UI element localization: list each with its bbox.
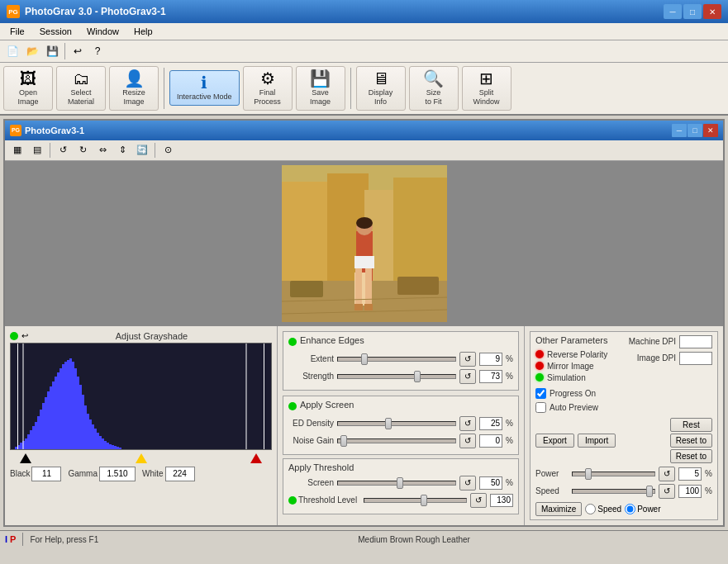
screen-thresh-unit: % bbox=[506, 478, 513, 487]
maximize-button[interactable]: Maximize bbox=[535, 502, 582, 516]
progress-on-checkbox[interactable] bbox=[535, 388, 546, 399]
minimize-button[interactable]: ─ bbox=[664, 4, 682, 19]
threshold-level-input[interactable] bbox=[490, 494, 513, 507]
inner-tool-flip-v[interactable]: ⇕ bbox=[113, 142, 131, 159]
display-info-button[interactable]: 🖥 DisplayInfo bbox=[356, 66, 406, 111]
gamma-triangle[interactable] bbox=[136, 453, 147, 463]
open-image-button[interactable]: 🖼 OpenImage bbox=[3, 66, 53, 111]
resize-image-button[interactable]: 👤 ResizeImage bbox=[109, 66, 159, 111]
inner-tool-flip-h[interactable]: ⇔ bbox=[93, 142, 112, 159]
save-image-button[interactable]: 💾 SaveImage bbox=[296, 66, 345, 111]
noise-gain-slider[interactable] bbox=[337, 438, 456, 443]
ed-density-reset-button[interactable]: ↺ bbox=[459, 416, 476, 431]
power-input[interactable] bbox=[678, 467, 702, 481]
extent-reset-button[interactable]: ↺ bbox=[459, 352, 476, 367]
power-radio[interactable] bbox=[625, 504, 635, 514]
menu-file[interactable]: File bbox=[3, 25, 31, 38]
enhance-edges-panel: Enhance Edges Extent ↺ % Strength bbox=[283, 331, 519, 391]
maximize-button[interactable]: □ bbox=[683, 4, 702, 19]
open-button[interactable]: 📂 bbox=[23, 42, 41, 60]
inner-maximize-button[interactable]: □ bbox=[688, 124, 702, 137]
histogram-container bbox=[10, 343, 272, 450]
app-title: PhotoGrav 3.0 - PhotoGrav3-1 bbox=[25, 6, 166, 17]
speed-radio-text: Speed bbox=[597, 505, 621, 514]
inner-tool-grid[interactable]: ▦ bbox=[8, 142, 26, 159]
resize-image-label: ResizeImage bbox=[122, 88, 145, 107]
speed-reset-button[interactable]: ↺ bbox=[659, 484, 675, 499]
svg-rect-32 bbox=[45, 397, 47, 449]
speed-radio[interactable] bbox=[585, 504, 596, 514]
final-process-button[interactable]: ⚙ FinalProcess bbox=[243, 66, 293, 111]
screen-thresh-slider[interactable] bbox=[337, 481, 456, 486]
ed-density-slider[interactable] bbox=[337, 421, 456, 426]
image-dpi-input[interactable] bbox=[679, 352, 712, 365]
maximize-row: Maximize Speed Power bbox=[535, 502, 712, 516]
export-button[interactable]: Export bbox=[535, 434, 574, 448]
svg-rect-16 bbox=[354, 304, 363, 310]
machine-dpi-input[interactable] bbox=[679, 335, 712, 348]
menu-session[interactable]: Session bbox=[33, 25, 79, 38]
gamma-label: Gamma bbox=[68, 469, 98, 478]
svg-rect-57 bbox=[107, 443, 109, 449]
inner-close-button[interactable]: ✕ bbox=[703, 124, 718, 137]
select-material-button[interactable]: 🗂 SelectMaterial bbox=[56, 66, 106, 111]
strength-input[interactable] bbox=[479, 370, 502, 383]
ed-density-input[interactable] bbox=[479, 417, 502, 430]
undo-button[interactable]: ↩ bbox=[69, 42, 87, 60]
svg-rect-61 bbox=[117, 447, 119, 449]
black-input[interactable] bbox=[31, 467, 61, 481]
inner-tool-rotate-ccw[interactable]: ↺ bbox=[54, 142, 72, 159]
screen-thresh-reset-button[interactable]: ↺ bbox=[459, 476, 476, 491]
black-triangle[interactable] bbox=[20, 453, 31, 463]
new-button[interactable]: 📄 bbox=[3, 42, 21, 60]
screen-thresh-row: Screen ↺ % bbox=[288, 476, 513, 491]
threshold-level-reset-button[interactable]: ↺ bbox=[470, 493, 487, 508]
inner-tool-rotate-cw[interactable]: ↻ bbox=[74, 142, 92, 159]
strength-slider[interactable] bbox=[337, 374, 456, 379]
help-button[interactable]: ? bbox=[88, 42, 107, 60]
svg-rect-31 bbox=[42, 403, 45, 449]
inner-tool-view[interactable]: ▤ bbox=[28, 142, 46, 159]
import-button[interactable]: Import bbox=[578, 434, 616, 448]
reset-to-button[interactable]: Reset to bbox=[670, 434, 712, 448]
screen-thresh-input[interactable] bbox=[479, 476, 502, 490]
menu-window[interactable]: Window bbox=[80, 25, 126, 38]
noise-gain-row: Noise Gain ↺ % bbox=[288, 434, 513, 448]
speed-slider[interactable] bbox=[572, 489, 655, 494]
save-quick-button[interactable]: 💾 bbox=[43, 42, 61, 60]
auto-preview-checkbox[interactable] bbox=[535, 402, 546, 413]
white-triangle[interactable] bbox=[250, 453, 262, 463]
inner-tool-refresh[interactable]: 🔄 bbox=[133, 142, 151, 159]
close-button[interactable]: ✕ bbox=[703, 4, 721, 19]
power-reset-button[interactable]: ↺ bbox=[659, 467, 675, 481]
resize-image-icon: 👤 bbox=[124, 70, 145, 87]
interactive-mode-label: Interactive Mode bbox=[177, 92, 232, 102]
speed-input[interactable] bbox=[678, 485, 702, 498]
svg-rect-43 bbox=[72, 362, 74, 449]
inner-minimize-button[interactable]: ─ bbox=[672, 124, 687, 137]
power-radio-label[interactable]: Power bbox=[625, 504, 660, 514]
extent-row: Extent ↺ % bbox=[288, 352, 513, 367]
extent-input[interactable] bbox=[479, 353, 502, 366]
split-window-button[interactable]: ⊞ SplitWindow bbox=[462, 66, 512, 111]
strength-reset-button[interactable]: ↺ bbox=[459, 369, 476, 384]
speed-radio-label[interactable]: Speed bbox=[585, 504, 621, 514]
inner-tool-settings[interactable]: ⊙ bbox=[159, 142, 177, 159]
power-slider[interactable] bbox=[572, 472, 655, 476]
reset-to2-button[interactable]: Reset to bbox=[670, 449, 712, 463]
noise-gain-reset-button[interactable]: ↺ bbox=[459, 434, 476, 448]
threshold-level-label: Threshold Level bbox=[298, 495, 357, 505]
undo-icon[interactable]: ↩ bbox=[21, 331, 28, 340]
progress-on-row: Progress On bbox=[535, 388, 712, 399]
threshold-level-slider[interactable] bbox=[364, 498, 467, 503]
screen-led bbox=[288, 402, 297, 410]
extent-slider[interactable] bbox=[337, 357, 456, 362]
svg-rect-38 bbox=[59, 368, 62, 449]
white-input[interactable] bbox=[165, 467, 195, 481]
gamma-input[interactable] bbox=[99, 467, 136, 481]
interactive-mode-button[interactable]: ℹ Interactive Mode bbox=[169, 70, 240, 106]
menu-help[interactable]: Help bbox=[127, 25, 159, 38]
noise-gain-input[interactable] bbox=[479, 434, 502, 448]
size-to-fit-button[interactable]: 🔍 Sizeto Fit bbox=[409, 66, 459, 111]
rest-button[interactable]: Rest bbox=[670, 418, 712, 432]
